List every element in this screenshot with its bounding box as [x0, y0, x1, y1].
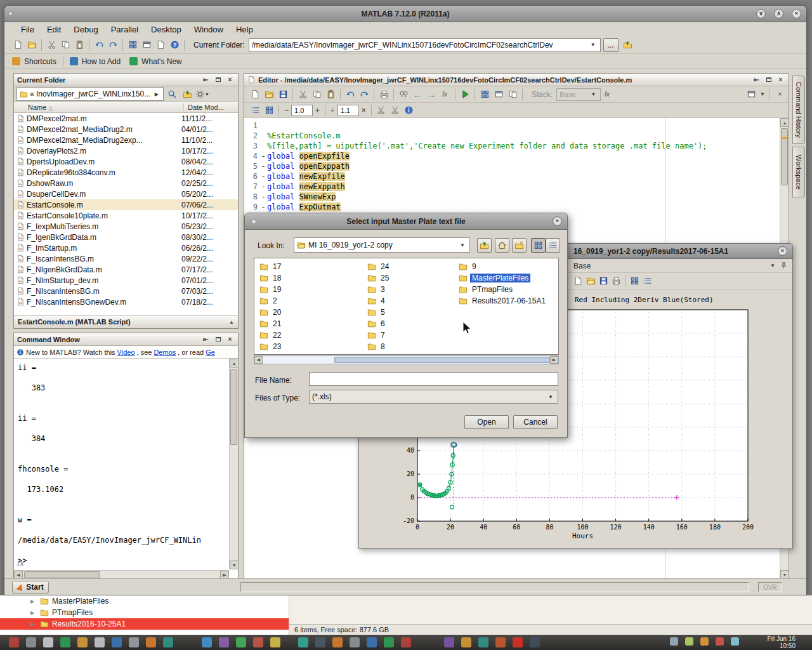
- up-one-level-button[interactable]: [477, 238, 492, 253]
- app-icon[interactable]: [444, 637, 454, 647]
- folder-item[interactable]: PTmapFiles: [459, 284, 560, 295]
- file-details-bar[interactable]: EstartConsole.m (MATLAB Script) ▲: [14, 315, 238, 328]
- chevron-down-icon[interactable]: ▼: [546, 394, 555, 400]
- folder-item[interactable]: 5: [367, 307, 469, 318]
- split-cell-icon[interactable]: [262, 103, 276, 117]
- current-folder-path-combo[interactable]: /media/data/EASY/InovImager_jwrCF_WINLin…: [249, 38, 601, 52]
- folder-item[interactable]: 2: [259, 295, 361, 307]
- dialog-file-list[interactable]: 17 18 19 2 20: [254, 258, 559, 355]
- menu-item[interactable]: Edit: [42, 23, 66, 36]
- app-icon[interactable]: [461, 637, 471, 647]
- app-icon[interactable]: [513, 637, 523, 647]
- tray-icon[interactable]: [670, 637, 678, 646]
- decrease-icon[interactable]: −: [284, 106, 289, 115]
- maximize-panel-icon[interactable]: [213, 335, 223, 343]
- app-icon[interactable]: [26, 637, 36, 647]
- app-icon[interactable]: [367, 637, 377, 647]
- editor-window-icon[interactable]: [744, 88, 758, 102]
- overlay-icon-2[interactable]: [388, 103, 402, 117]
- value-field-2[interactable]: 1.1: [337, 105, 359, 116]
- folder-item[interactable]: 7: [367, 329, 469, 341]
- undo-icon[interactable]: [92, 38, 106, 52]
- how-to-add-link[interactable]: How to Add: [82, 57, 121, 66]
- app-icon[interactable]: [270, 637, 280, 647]
- horizontal-scrollbar[interactable]: ◀ ▶: [14, 570, 229, 579]
- app-icon[interactable]: [332, 637, 343, 647]
- menu-item[interactable]: File: [16, 23, 39, 36]
- figure-stack-value[interactable]: Base: [573, 262, 591, 270]
- list-view-button[interactable]: [546, 238, 560, 253]
- dock-icon[interactable]: ⇤: [201, 76, 211, 84]
- function-browse-icon[interactable]: [438, 88, 452, 102]
- tray-icon[interactable]: [716, 637, 724, 646]
- multiply-icon[interactable]: ×: [362, 106, 366, 115]
- dock-icon[interactable]: ⇤: [201, 335, 211, 343]
- command-window-header[interactable]: Command Window ⇤ ×: [14, 333, 238, 346]
- app-icon[interactable]: [129, 637, 139, 647]
- breadcrumb[interactable]: « InovImager_jwrCF_WINLinx150... ▶: [16, 87, 164, 101]
- editor-header[interactable]: Editor - /media/data/EASY/InovImager_jwr…: [244, 74, 789, 86]
- folder-item[interactable]: MasterPlateFiles: [459, 272, 560, 284]
- folder-item[interactable]: 24: [367, 261, 469, 272]
- tree-row[interactable]: ▶ MasterPlateFiles: [0, 595, 289, 607]
- files-of-type-combo[interactable]: (*.xls) ▼: [309, 390, 558, 404]
- grid-view-button[interactable]: [531, 238, 546, 253]
- gear-icon[interactable]: ▼: [195, 87, 209, 101]
- open-button[interactable]: Open: [464, 415, 509, 429]
- compare-icon[interactable]: [506, 88, 520, 102]
- chevron-down-icon[interactable]: ▼: [768, 263, 777, 269]
- browse-folder-button[interactable]: ...: [603, 38, 619, 52]
- up-one-level-icon[interactable]: [621, 38, 635, 52]
- app-icon[interactable]: [495, 637, 506, 647]
- menu-item[interactable]: Window: [189, 23, 228, 36]
- new-folder-button[interactable]: [512, 238, 527, 253]
- app-icon[interactable]: [315, 637, 325, 647]
- file-row[interactable]: DshowRaw.m 02/25/2...: [14, 178, 238, 189]
- app-icon[interactable]: [401, 637, 411, 647]
- redo-icon[interactable]: [357, 88, 371, 102]
- app-icon[interactable]: [202, 637, 212, 647]
- paste-icon[interactable]: [324, 88, 337, 102]
- profiler-icon[interactable]: [154, 38, 167, 52]
- tray-icon[interactable]: [700, 637, 709, 646]
- chevron-down-icon[interactable]: ▼: [458, 242, 467, 248]
- demos-link[interactable]: Demos: [154, 348, 176, 356]
- copy-icon[interactable]: [58, 38, 72, 52]
- video-link[interactable]: Video: [117, 348, 135, 356]
- file-row[interactable]: DsuperCellDev.m 05/20/2...: [14, 189, 238, 199]
- tab-command-history[interactable]: Command History: [792, 76, 805, 144]
- simulink-icon[interactable]: [126, 38, 140, 52]
- view-grid-icon[interactable]: [628, 275, 641, 288]
- folder-item[interactable]: 4: [367, 295, 469, 307]
- expand-triangle-icon[interactable]: ▶: [30, 621, 37, 627]
- app-icon[interactable]: [95, 637, 105, 647]
- look-in-combo[interactable]: MI 16_0919_yor1-2 copy ▼: [294, 237, 470, 253]
- file-row[interactable]: DMPexcel2mat_MediaDrug2exp... 11/10/2...: [14, 135, 238, 145]
- menu-item[interactable]: Help: [231, 23, 258, 36]
- app-icon[interactable]: [60, 637, 70, 647]
- close-panel-icon[interactable]: ×: [225, 335, 235, 343]
- go-forward-icon[interactable]: →: [424, 88, 438, 102]
- open-figure-icon[interactable]: [584, 275, 597, 288]
- maximize-panel-icon[interactable]: [764, 76, 773, 84]
- print-figure-icon[interactable]: [610, 275, 622, 288]
- file-name-input[interactable]: [309, 372, 558, 386]
- file-row[interactable]: F_NIscanIntensBG.m 07/03/2...: [14, 286, 238, 296]
- print-icon[interactable]: [377, 88, 391, 102]
- shade-button[interactable]: ∨: [756, 9, 766, 18]
- chevron-down-icon[interactable]: ▼: [589, 42, 598, 48]
- increase-icon[interactable]: +: [315, 106, 320, 115]
- close-figure-icon[interactable]: ×: [778, 246, 787, 256]
- folder-item[interactable]: 20: [259, 307, 361, 318]
- insert-cell-icon[interactable]: [248, 103, 262, 117]
- paste-icon[interactable]: [72, 38, 86, 52]
- new-figure-icon[interactable]: [572, 275, 584, 288]
- window-titlebar[interactable]: MATLAB 7.12.0 (R2011a) ∨ ∧ ×: [4, 6, 806, 22]
- tab-workspace[interactable]: Workspace: [792, 147, 805, 197]
- folder-item[interactable]: 9: [459, 261, 560, 272]
- maximize-button[interactable]: ∧: [774, 9, 783, 18]
- app-icon[interactable]: [384, 637, 394, 647]
- file-list-columns[interactable]: Name △ Date Mod...: [14, 102, 238, 113]
- pin-icon[interactable]: [777, 260, 790, 272]
- folder-item[interactable]: 8: [367, 341, 469, 352]
